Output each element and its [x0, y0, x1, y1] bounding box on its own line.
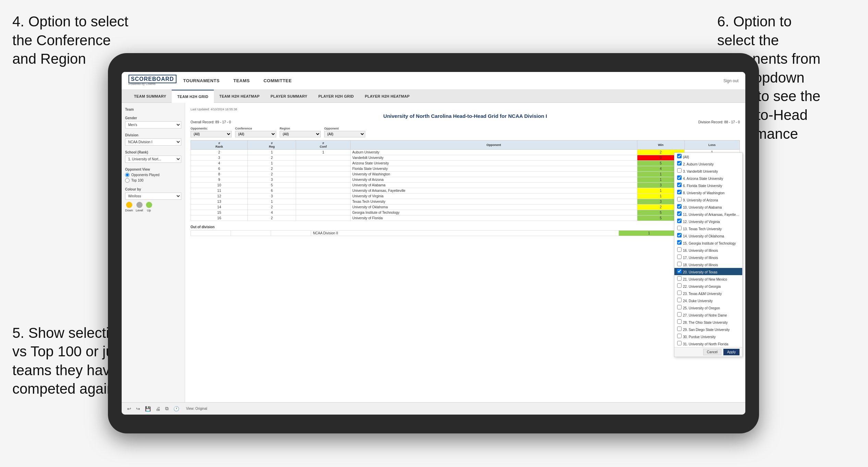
dropdown-item[interactable]: 25. University of Oregon — [674, 304, 742, 311]
col-reg: #Reg — [248, 140, 296, 150]
conference-filter-select[interactable]: (All) — [235, 131, 276, 137]
opponent-dropdown[interactable]: (All)2. Auburn University3. Vanderbilt U… — [674, 152, 743, 357]
gender-label: Gender — [125, 116, 181, 120]
dropdown-item[interactable]: 23. Texas A&M University — [674, 290, 742, 297]
dropdown-item[interactable]: 9. University of Arizona — [674, 196, 742, 203]
undo-btn[interactable]: ↩ — [126, 405, 133, 412]
dropdown-item[interactable]: 4. Arizona State University — [674, 174, 742, 182]
out-of-division: Out of division NCAA Division II 1 0 — [191, 225, 740, 236]
cell-name: University of Florida — [351, 216, 637, 221]
dropdown-item[interactable]: 22. University of Georgia — [674, 282, 742, 290]
cell-name: Arizona State University — [351, 161, 637, 166]
dropdown-item[interactable]: 10. University of Alabama — [674, 203, 742, 210]
cell-conf — [296, 199, 351, 205]
radio-top100[interactable]: Top 100 — [125, 178, 181, 183]
dropdown-item[interactable]: 11. University of Arkansas, Fayetteville — [674, 210, 742, 218]
nav-teams[interactable]: TEAMS — [227, 72, 257, 90]
opponent-view-section: Opponent View Opponents Played Top 100 — [125, 168, 181, 183]
table-row: 8 2 University of Washington 1 0 — [191, 172, 740, 177]
cell-name: University of Oklahoma — [351, 205, 637, 210]
nav-committee[interactable]: COMMITTEE — [257, 72, 299, 90]
gender-select[interactable]: Men's — [125, 121, 181, 128]
legend-level-dot — [136, 202, 143, 208]
subnav-team-h2h-grid[interactable]: TEAM H2H GRID — [172, 90, 214, 103]
dropdown-item[interactable]: 16. University of Illinois — [674, 246, 742, 254]
dropdown-item[interactable]: (All) — [674, 153, 742, 160]
opponent-filter-group: Opponent (All) — [324, 127, 365, 137]
opponents-filter-select[interactable]: (All) — [191, 131, 232, 137]
dropdown-item[interactable]: 31. University of North Florida — [674, 340, 742, 347]
cell-name: Georgia Institute of Technology — [351, 210, 637, 216]
dropdown-item[interactable]: 14. University of Oklahoma — [674, 232, 742, 239]
dropdown-item[interactable]: 24. Duke University — [674, 297, 742, 304]
dropdown-item[interactable]: 17. University of Illinois — [674, 254, 742, 261]
legend-down-dot — [126, 202, 132, 208]
col-win: Win — [637, 140, 684, 150]
cell-conf — [296, 172, 351, 177]
dropdown-item[interactable]: 2. Auburn University — [674, 160, 742, 167]
dropdown-item[interactable]: 15. Georgia Institute of Technology — [674, 239, 742, 246]
cell-conf: 1 — [296, 150, 351, 155]
save-btn[interactable]: 💾 — [144, 405, 152, 412]
cell-conf — [296, 216, 351, 221]
dropdown-item[interactable]: 29. San Diego State University — [674, 325, 742, 333]
col-opponent: Opponent — [351, 140, 637, 150]
cell-rank: 3 — [191, 155, 248, 161]
grid-title: University of North Carolina Head-to-Hea… — [191, 113, 740, 119]
cell-name: University of Virginia — [351, 194, 637, 199]
apply-button[interactable]: Apply — [723, 349, 739, 355]
region-filter-select[interactable]: (All) — [280, 131, 321, 137]
subnav-player-h2h-heatmap[interactable]: PLAYER H2H HEATMAP — [359, 90, 415, 103]
cell-conf — [296, 183, 351, 188]
data-table: #Rank #Reg #Conf Opponent Win Loss 2 1 1… — [191, 140, 740, 221]
clock-btn[interactable]: 🕐 — [172, 405, 181, 412]
colour-by-label: Colour by — [125, 187, 181, 191]
cell-rank: 11 — [191, 188, 248, 194]
filter-row: Opponents: (All) Conference (All) Region — [191, 127, 740, 137]
dropdown-item[interactable]: 21. University of New Mexico — [674, 275, 742, 282]
dropdown-item[interactable]: 28. The Ohio State University — [674, 318, 742, 325]
radio-opponents-played[interactable]: Opponents Played — [125, 173, 181, 177]
cancel-button[interactable]: Cancel — [703, 349, 721, 355]
table-row: 10 5 University of Alabama 3 0 — [191, 183, 740, 188]
table-row: 2 1 1 Auburn University 2 1 — [191, 150, 740, 155]
dropdown-item[interactable]: 6. Florida State University — [674, 182, 742, 189]
legend-up: Up — [146, 202, 152, 212]
overall-record: Overall Record: 89 - 17 - 0 — [191, 120, 231, 124]
dropdown-item[interactable]: 8. University of Washington — [674, 189, 742, 196]
dropdown-item[interactable]: 27. University of Notre Dame — [674, 311, 742, 318]
nav-tournaments[interactable]: TOURNAMENTS — [176, 72, 227, 90]
cell-reg: 4 — [248, 210, 296, 216]
cell-name: University of Washington — [351, 172, 637, 177]
tablet-screen: SCOREBOARD Powered by Colend TOURNAMENTS… — [122, 72, 745, 415]
subnav-player-summary[interactable]: PLAYER SUMMARY — [265, 90, 313, 103]
division-select[interactable]: NCAA Division I — [125, 138, 181, 146]
subnav-team-summary[interactable]: TEAM SUMMARY — [129, 90, 172, 103]
cell-reg: 2 — [248, 166, 296, 172]
table-row: 9 3 University of Arizona 1 0 — [191, 177, 740, 183]
dropdown-item[interactable]: 12. University of Virginia — [674, 218, 742, 225]
table-row: 3 2 Vanderbilt University 0 4 — [191, 155, 740, 161]
colour-by-select[interactable]: Win/loss — [125, 193, 181, 200]
view-label: View: Original — [186, 407, 207, 410]
school-select[interactable]: 1. University of Nort... — [125, 156, 181, 163]
dropdown-item[interactable]: 18. University of Illinois — [674, 261, 742, 268]
nav-signout[interactable]: Sign out — [723, 78, 738, 83]
subnav-team-h2h-heatmap[interactable]: TEAM H2H HEATMAP — [214, 90, 265, 103]
subnav-player-h2h-grid[interactable]: PLAYER H2H GRID — [313, 90, 359, 103]
redo-btn[interactable]: ↪ — [135, 405, 142, 412]
dropdown-item[interactable]: 20. University of Texas — [674, 268, 742, 275]
toolbar-bottom: ↩ ↪ 💾 🖨 ⧉ 🕐 View: Original — [122, 402, 745, 415]
sub-nav: TEAM SUMMARY TEAM H2H GRID TEAM H2H HEAT… — [122, 90, 745, 103]
opponent-filter-select[interactable]: (All) — [324, 131, 365, 137]
dropdown-item[interactable]: 30. Purdue University — [674, 333, 742, 340]
cell-rank — [191, 231, 231, 236]
region-filter-group: Region (All) — [280, 127, 321, 137]
division-label: Division — [125, 133, 181, 137]
cell-rank: 8 — [191, 172, 248, 177]
copy-btn[interactable]: ⧉ — [164, 405, 170, 412]
print-btn[interactable]: 🖨 — [154, 405, 162, 412]
dropdown-item[interactable]: 13. Texas Tech University — [674, 225, 742, 232]
table-row: 12 3 University of Virginia 1 1 — [191, 194, 740, 199]
dropdown-item[interactable]: 3. Vanderbilt University — [674, 167, 742, 174]
